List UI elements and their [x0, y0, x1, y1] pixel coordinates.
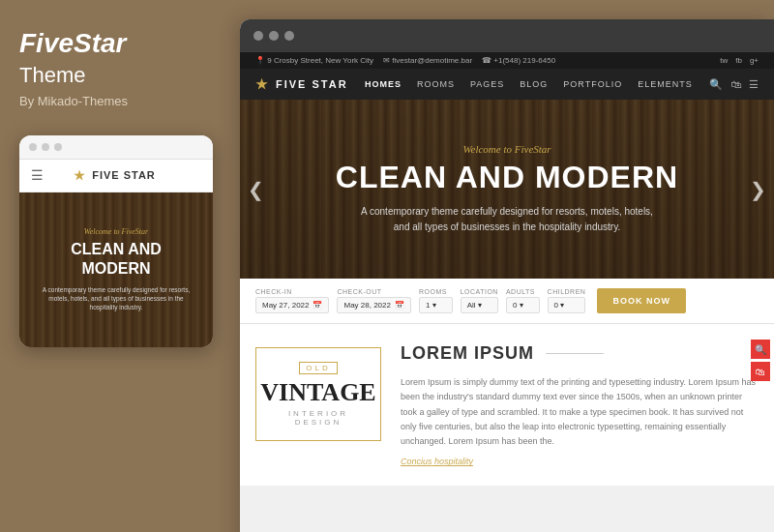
nav-portfolio[interactable]: PORTFOLIO: [563, 79, 622, 89]
content-title-row: LOREM IPSUM: [401, 343, 759, 364]
facebook-link[interactable]: fb: [735, 56, 742, 65]
location-select[interactable]: All ▾: [461, 297, 498, 313]
mobile-nav: ☰ ★ FIVE STAR: [19, 160, 213, 192]
browser-dot-1: [253, 31, 263, 41]
left-panel: FiveStar Theme By Mikado-Themes ☰ ★ FIVE…: [0, 0, 232, 532]
browser-chrome: [240, 19, 774, 52]
checkout-calendar-icon: 📅: [395, 301, 404, 310]
cart-icon[interactable]: 🛍: [730, 78, 741, 91]
site-nav-star-icon: ★: [255, 76, 270, 92]
topbar-left: 📍 9 Crosby Street, New York City ✉ fives…: [255, 56, 555, 65]
google-link[interactable]: g+: [750, 56, 759, 65]
phone-text: ☎ +1(548) 219-6450: [482, 56, 555, 65]
mobile-hero-welcome: Welcome to FiveStar: [84, 227, 148, 236]
browser-content: 📍 9 Crosby Street, New York City ✉ fives…: [240, 52, 774, 532]
hamburger-icon[interactable]: ☰: [31, 167, 44, 184]
location-label: LOCATION: [461, 288, 498, 295]
vintage-card: OLD VINTAGE INTERIOR DESIGN: [255, 347, 381, 441]
nav-rooms[interactable]: ROOMS: [417, 79, 455, 89]
mobile-hero-title: CLEAN AND MODERN: [35, 240, 197, 277]
vintage-old-label: OLD: [299, 362, 337, 374]
red-icons-panel: 🔍 🛍: [751, 340, 774, 381]
children-select[interactable]: 0 ▾: [548, 297, 586, 313]
brand-title: FiveStar: [19, 29, 127, 59]
hero-desc: A contemporary theme carefully designed …: [361, 204, 653, 235]
nav-icons: 🔍 🛍 ☰: [709, 78, 759, 91]
mobile-nav-logo: ★ FIVE STAR: [74, 168, 156, 183]
topbar-right: tw fb g+: [720, 56, 759, 65]
red-cart-icon[interactable]: 🛍: [751, 362, 770, 381]
hero-prev-arrow[interactable]: ❮: [248, 178, 264, 201]
vintage-subtitle: INTERIOR DESIGN: [266, 409, 371, 427]
browser-dot-3: [284, 31, 294, 41]
book-now-button[interactable]: BOOK NOW: [597, 288, 686, 313]
mobile-browser-bar: [19, 135, 213, 160]
location-field: LOCATION All ▾: [461, 288, 498, 313]
star-icon: ★: [74, 168, 86, 183]
site-topbar: 📍 9 Crosby Street, New York City ✉ fives…: [240, 52, 774, 69]
address-text: 📍 9 Crosby Street, New York City: [255, 56, 373, 65]
nav-blog[interactable]: BLOG: [520, 79, 548, 89]
right-panel: 📍 9 Crosby Street, New York City ✉ fives…: [240, 19, 774, 532]
rooms-select[interactable]: 1 ▾: [419, 297, 453, 313]
content-body: Lorem Ipsum is simply dummy text of the …: [401, 375, 759, 449]
hero-next-arrow[interactable]: ❯: [750, 178, 766, 201]
site-content: OLD VINTAGE INTERIOR DESIGN LOREM IPSUM …: [240, 324, 774, 486]
brand-subtitle: Theme: [19, 63, 85, 88]
checkout-input[interactable]: May 28, 2022 📅: [337, 297, 410, 313]
menu-icon[interactable]: ☰: [749, 78, 759, 91]
site-nav-logo: ★ FIVE STAR: [255, 76, 348, 92]
twitter-link[interactable]: tw: [720, 56, 728, 65]
content-link[interactable]: Concius hospitality: [401, 457, 759, 466]
nav-elements[interactable]: ELEMENTS: [638, 79, 693, 89]
rooms-label: ROOMS: [419, 288, 453, 295]
brand-author: By Mikado-Themes: [19, 94, 128, 108]
children-label: CHILDREN: [548, 288, 586, 295]
hero-welcome: Welcome to FiveStar: [462, 143, 551, 155]
checkin-field: CHECK-IN May 27, 2022 📅: [255, 288, 329, 313]
adults-field: ADULTS 0 ▾: [506, 288, 540, 313]
content-right: LOREM IPSUM Lorem Ipsum is simply dummy …: [381, 343, 759, 466]
checkin-label: CHECK-IN: [255, 288, 329, 295]
vintage-title: VINTAGE: [260, 380, 375, 405]
rooms-field: ROOMS 1 ▾: [419, 288, 453, 313]
section-title: LOREM IPSUM: [401, 343, 534, 364]
booking-bar: CHECK-IN May 27, 2022 📅 CHECK-OUT May 28…: [240, 279, 774, 324]
mobile-preview: ☰ ★ FIVE STAR Welcome to FiveStar CLEAN …: [19, 135, 213, 347]
checkin-calendar-icon: 📅: [313, 301, 322, 310]
mobile-hero-desc: A contemporary theme carefully designed …: [35, 285, 197, 311]
adults-select[interactable]: 0 ▾: [506, 297, 540, 313]
search-icon[interactable]: 🔍: [709, 78, 723, 91]
checkout-label: CHECK-OUT: [337, 288, 410, 295]
mobile-hero: Welcome to FiveStar CLEAN AND MODERN A c…: [19, 192, 213, 347]
adults-label: ADULTS: [506, 288, 540, 295]
site-nav: ★ FIVE STAR HOMES ROOMS PAGES BLOG PORTF…: [240, 69, 774, 100]
hero-title: CLEAN AND MODERN: [336, 161, 678, 194]
checkin-input[interactable]: May 27, 2022 📅: [255, 297, 329, 313]
children-field: CHILDREN 0 ▾: [548, 288, 586, 313]
mobile-dot-2: [42, 143, 49, 151]
mobile-dot-1: [29, 143, 37, 151]
red-search-icon[interactable]: 🔍: [751, 340, 770, 359]
site-hero: Welcome to FiveStar CLEAN AND MODERN A c…: [240, 100, 774, 279]
site-nav-menu: HOMES ROOMS PAGES BLOG PORTFOLIO ELEMENT…: [365, 79, 693, 89]
mobile-dot-3: [54, 143, 62, 151]
nav-pages[interactable]: PAGES: [470, 79, 504, 89]
nav-homes[interactable]: HOMES: [365, 79, 402, 89]
email-text: ✉ fivestar@demotime.bar: [383, 56, 472, 65]
browser-dot-2: [269, 31, 279, 41]
checkout-field: CHECK-OUT May 28, 2022 📅: [337, 288, 410, 313]
title-divider: [546, 353, 604, 354]
